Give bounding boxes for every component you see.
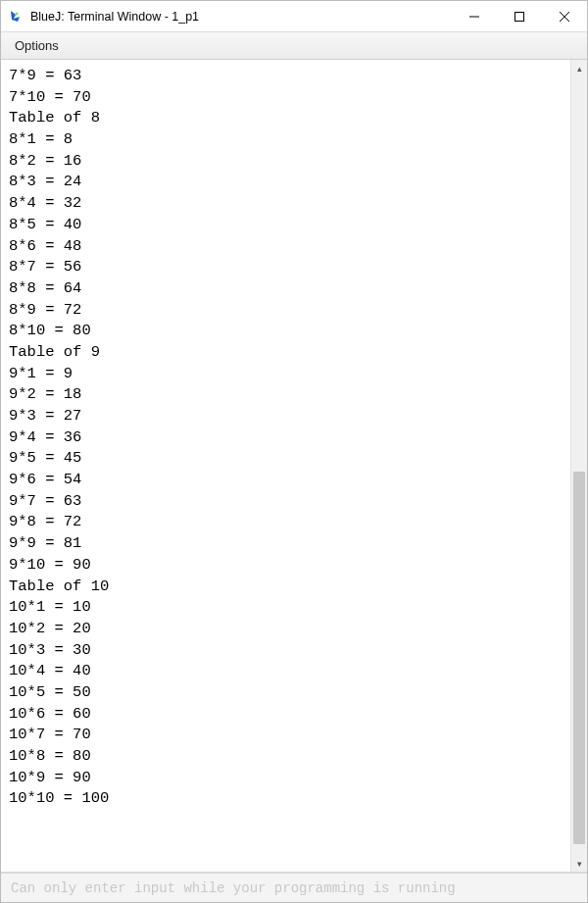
terminal-line: 8*7 = 56 xyxy=(9,257,563,278)
terminal-line: 10*5 = 50 xyxy=(9,682,563,704)
svg-point-0 xyxy=(16,12,19,15)
terminal-input[interactable]: Can only enter input while your programm… xyxy=(1,873,587,902)
terminal-line: 7*10 = 70 xyxy=(9,87,563,109)
terminal-line: 10*6 = 60 xyxy=(9,704,563,726)
menubar: Options xyxy=(1,32,587,60)
terminal-line: 8*8 = 64 xyxy=(9,278,563,300)
titlebar[interactable]: BlueJ: Terminal Window - 1_p1 xyxy=(1,1,587,32)
terminal-line: Table of 8 xyxy=(9,108,563,129)
scroll-up-icon[interactable]: ▴ xyxy=(571,60,587,76)
terminal-line: 10*2 = 20 xyxy=(9,619,563,640)
vertical-scrollbar[interactable]: ▴ ▾ xyxy=(570,60,587,872)
terminal-line: 10*10 = 100 xyxy=(9,788,563,810)
scroll-thumb[interactable] xyxy=(573,472,585,844)
terminal-line: 8*3 = 24 xyxy=(9,172,563,193)
terminal-line: 10*4 = 40 xyxy=(9,661,563,682)
scroll-down-icon[interactable]: ▾ xyxy=(571,855,587,872)
terminal-line: 8*5 = 40 xyxy=(9,215,563,236)
bluej-app-icon xyxy=(7,8,24,25)
terminal-area: 7*9 = 637*10 = 70Table of 88*1 = 88*2 = … xyxy=(1,60,587,873)
terminal-line: 9*6 = 54 xyxy=(9,470,563,491)
terminal-line: 10*8 = 80 xyxy=(9,746,563,768)
terminal-line: 10*7 = 70 xyxy=(9,725,563,746)
terminal-line: 8*10 = 80 xyxy=(9,321,563,342)
terminal-line: 9*4 = 36 xyxy=(9,427,563,449)
terminal-line: 8*1 = 8 xyxy=(9,129,563,151)
close-button[interactable] xyxy=(542,1,587,32)
minimize-button[interactable] xyxy=(452,1,497,32)
terminal-line: 9*8 = 72 xyxy=(9,512,563,533)
terminal-line: 8*4 = 32 xyxy=(9,193,563,215)
terminal-line: 10*1 = 10 xyxy=(9,597,563,619)
svg-rect-2 xyxy=(515,12,524,21)
terminal-line: Table of 9 xyxy=(9,342,563,364)
terminal-line: 8*9 = 72 xyxy=(9,300,563,322)
terminal-line: 9*10 = 90 xyxy=(9,555,563,577)
terminal-line: 10*3 = 30 xyxy=(9,640,563,662)
terminal-line: 7*9 = 63 xyxy=(9,66,563,87)
terminal-line: 9*3 = 27 xyxy=(9,406,563,427)
maximize-button[interactable] xyxy=(497,1,542,32)
terminal-line: 10*9 = 90 xyxy=(9,768,563,789)
menu-options[interactable]: Options xyxy=(15,38,59,53)
terminal-line: 8*6 = 48 xyxy=(9,236,563,258)
window-title: BlueJ: Terminal Window - 1_p1 xyxy=(30,10,199,24)
terminal-output[interactable]: 7*9 = 637*10 = 70Table of 88*1 = 88*2 = … xyxy=(1,60,570,872)
input-placeholder: Can only enter input while your programm… xyxy=(11,880,456,896)
terminal-line: 9*1 = 9 xyxy=(9,364,563,385)
terminal-line: Table of 10 xyxy=(9,577,563,598)
terminal-line: 9*5 = 45 xyxy=(9,448,563,470)
terminal-line: 9*9 = 81 xyxy=(9,533,563,555)
terminal-line: 8*2 = 16 xyxy=(9,151,563,173)
terminal-line: 9*2 = 18 xyxy=(9,384,563,406)
terminal-line: 9*7 = 63 xyxy=(9,491,563,513)
